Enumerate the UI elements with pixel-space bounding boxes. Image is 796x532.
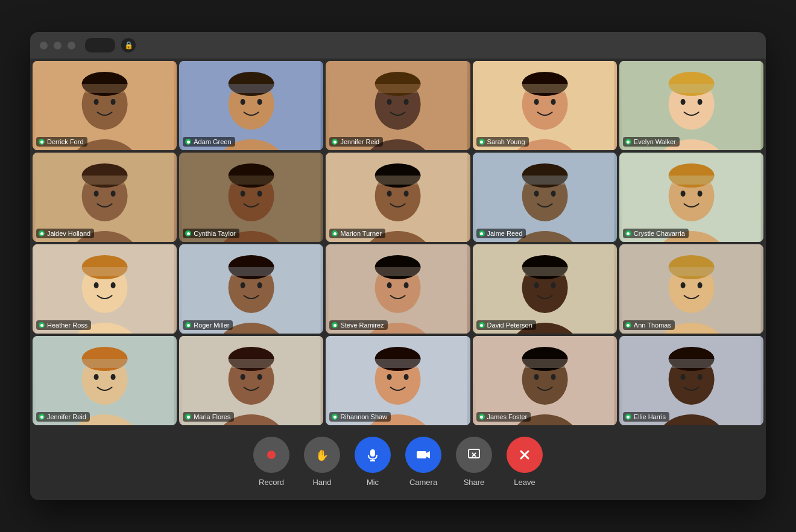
svg-point-159 [627,416,630,419]
video-tile-5: Evelyn Walker [619,61,763,150]
mic-active-dot [185,139,191,145]
svg-rect-94 [229,267,274,276]
mic-active-dot [332,230,338,236]
svg-point-155 [680,374,685,380]
svg-point-131 [241,374,245,380]
meeting-window: 🔒 Derrick Ford Adam Green [30,32,766,500]
svg-rect-134 [229,359,274,368]
svg-point-27 [534,99,539,105]
svg-rect-165 [417,451,426,458]
mic-button[interactable]: Mic [355,437,391,487]
svg-point-123 [94,374,99,380]
mic-active-dot [479,230,485,236]
svg-point-75 [680,191,685,197]
svg-point-31 [480,141,483,144]
svg-rect-150 [522,359,567,368]
mic-active-dot [625,414,631,420]
svg-point-15 [187,141,190,144]
svg-marker-166 [426,451,430,458]
svg-point-83 [94,282,99,288]
hand-label: Hand [312,478,331,487]
mic-circle [355,437,391,473]
svg-rect-142 [375,359,421,368]
svg-point-139 [387,374,392,380]
svg-point-147 [534,374,539,380]
svg-point-7 [40,141,43,144]
svg-rect-102 [375,267,421,276]
name-tag-18: Rihannon Shaw [329,412,391,422]
svg-point-87 [40,324,43,327]
svg-point-68 [551,191,555,197]
traffic-light-close[interactable] [40,42,48,49]
video-tile-11: Heather Ross [33,244,177,334]
controls-bar: Record✋HandMicCameraShareLeave [30,428,766,500]
video-tile-18: Rihannon Shaw [326,336,470,425]
camera-button[interactable]: Camera [405,437,441,487]
name-tag-3: Jennifer Reid [329,137,383,147]
name-tag-13: Steve Ramirez [329,320,387,330]
svg-point-119 [627,324,630,327]
share-button[interactable]: Share [456,437,492,487]
share-circle [456,437,492,473]
svg-rect-126 [82,359,128,368]
svg-point-135 [187,416,190,419]
svg-rect-158 [668,359,714,368]
svg-point-160 [267,451,276,459]
mic-active-dot [39,139,45,145]
svg-point-44 [111,191,116,197]
record-button[interactable]: Record [253,437,289,487]
video-tile-3: Jennifer Reid [326,61,470,150]
svg-point-51 [241,191,245,197]
svg-point-100 [404,282,409,288]
name-tag-15: Ann Thomas [623,320,675,330]
traffic-light-minimize[interactable] [54,42,62,49]
svg-point-11 [241,99,245,105]
svg-rect-78 [668,176,714,185]
leave-label: Leave [514,478,535,487]
video-tile-2: Adam Green [179,61,323,150]
name-tag-20: Ellie Harris [623,412,669,422]
name-tag-8: Marion Turner [329,229,385,238]
svg-point-19 [387,99,392,105]
mic-active-dot [332,322,338,328]
name-tag-5: Evelyn Walker [623,137,680,147]
svg-point-107 [534,282,539,288]
name-tag-1: Derrick Ford [36,137,87,147]
svg-point-124 [111,374,116,380]
name-tag-7: Cynthia Taylor [183,229,239,238]
leave-button[interactable]: Leave [507,437,543,487]
video-tile-6: Jaidev Holland [33,153,177,242]
svg-rect-46 [82,176,128,185]
name-tag-16: Jennifer Reid [36,412,90,422]
hand-button[interactable]: ✋Hand [304,437,340,487]
mic-active-dot [625,230,631,236]
svg-point-47 [40,232,43,235]
mic-label: Mic [367,478,379,487]
video-grid: Derrick Ford Adam Green Jennifer Reid [30,59,766,428]
svg-point-35 [680,99,685,105]
title-bar: 🔒 [30,32,766,59]
svg-point-148 [551,374,555,380]
svg-rect-110 [522,267,567,276]
svg-point-60 [404,191,409,197]
traffic-light-maximize[interactable] [68,42,75,49]
video-tile-15: Ann Thomas [619,244,763,334]
svg-rect-70 [522,176,567,185]
record-label: Record [259,478,284,487]
svg-point-67 [534,191,539,197]
video-tile-20: Ellie Harris [619,336,763,425]
svg-rect-167 [469,449,479,458]
svg-point-3 [94,99,99,105]
svg-point-84 [111,282,116,288]
svg-point-12 [257,99,262,105]
video-tile-19: James Foster [473,336,617,425]
svg-rect-30 [522,84,567,93]
svg-rect-38 [668,84,714,93]
mic-active-dot [625,139,631,145]
svg-point-99 [387,282,392,288]
svg-point-132 [257,374,262,380]
mic-active-dot [479,139,485,145]
video-tile-4: Sarah Young [473,61,617,150]
svg-point-79 [627,232,630,235]
video-tile-8: Marion Turner [326,153,470,242]
